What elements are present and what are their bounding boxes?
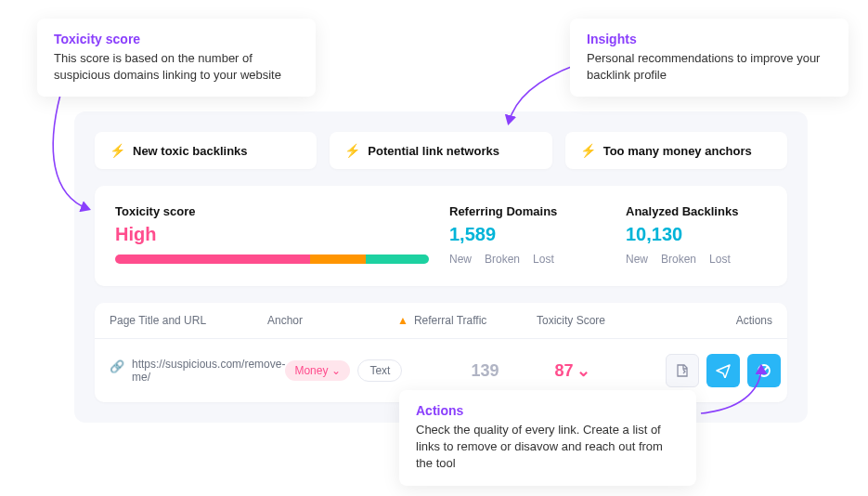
header-actions: Actions	[648, 314, 772, 327]
cell-toxicity[interactable]: 87 ⌄	[554, 360, 666, 381]
export-button[interactable]	[666, 354, 699, 387]
cell-url[interactable]: 🔗 https://suspicious.com/remove-me/	[110, 358, 285, 384]
bolt-icon: ⚡	[344, 143, 360, 158]
subtab-broken[interactable]: Broken	[661, 253, 696, 266]
pill-too-many-money-anchors[interactable]: ⚡ Too many money anchors	[565, 132, 787, 169]
cell-traffic: 139	[415, 361, 554, 381]
export-icon	[675, 363, 690, 378]
bar-segment-high	[115, 255, 310, 264]
pill-label: Potential link networks	[368, 144, 499, 158]
callout-actions-title: Actions	[416, 403, 680, 418]
stat-analyzed-backlinks: Analyzed Backlinks 10,130 New Broken Los…	[626, 204, 767, 266]
link-icon: 🔗	[110, 359, 124, 373]
subtab-lost[interactable]: Lost	[533, 253, 554, 266]
backlinks-table: Page Title and URL Anchor ▲ Referral Tra…	[95, 303, 787, 402]
insight-pills-row: ⚡ New toxic backlinks ⚡ Potential link n…	[95, 132, 787, 169]
pill-new-toxic-backlinks[interactable]: ⚡ New toxic backlinks	[95, 132, 317, 169]
stat-toxicity-label: Toxicity score	[115, 204, 429, 218]
callout-toxicity-title: Toxicity score	[54, 32, 299, 46]
bar-segment-medium	[310, 255, 367, 264]
analytics-icon: ▲	[397, 314, 408, 327]
anchor-text-pill[interactable]: Text	[357, 359, 402, 382]
callout-actions: Actions Check the quality of every link.…	[399, 390, 696, 486]
header-anchor: Anchor	[267, 314, 397, 327]
sub-tabs: New Broken Lost	[449, 253, 626, 266]
callout-insights-title: Insights	[587, 32, 832, 46]
svg-line-1	[760, 367, 768, 374]
pill-label: New toxic backlinks	[133, 144, 248, 158]
anchor-money-pill[interactable]: Money ⌄	[285, 360, 350, 381]
subtab-new[interactable]: New	[449, 253, 472, 266]
chevron-down-icon: ⌄	[331, 364, 341, 377]
stat-referring-value: 1,589	[449, 224, 626, 245]
toxicity-bar	[115, 255, 429, 264]
disavow-button[interactable]	[747, 354, 781, 387]
subtab-lost[interactable]: Lost	[709, 253, 731, 266]
callout-toxicity-text: This score is based on the number of sus…	[54, 50, 299, 84]
cell-actions	[666, 354, 781, 387]
cell-anchor: Money ⌄ Text	[285, 359, 415, 382]
subtab-broken[interactable]: Broken	[485, 253, 520, 266]
stat-toxicity: Toxicity score High	[115, 204, 449, 266]
callout-toxicity: Toxicity score This score is based on th…	[37, 19, 316, 97]
pill-potential-link-networks[interactable]: ⚡ Potential link networks	[330, 132, 551, 169]
stats-card: Toxicity score High Referring Domains 1,…	[95, 186, 787, 286]
send-icon	[716, 363, 731, 378]
callout-insights: Insights Personal recommendations to imp…	[570, 19, 849, 97]
callout-actions-text: Check the quality of every link. Create …	[416, 422, 680, 473]
send-button[interactable]	[706, 354, 740, 387]
stat-toxicity-value: High	[115, 224, 429, 245]
block-icon	[757, 363, 771, 378]
bar-segment-low	[366, 255, 429, 264]
bolt-icon: ⚡	[580, 143, 596, 158]
chevron-down-icon: ⌄	[577, 360, 590, 381]
stat-analyzed-value: 10,130	[626, 224, 767, 245]
stat-referring-domains: Referring Domains 1,589 New Broken Lost	[449, 204, 626, 266]
bolt-icon: ⚡	[110, 143, 125, 158]
sub-tabs: New Broken Lost	[626, 253, 767, 266]
callout-insights-text: Personal recommendations to improve your…	[587, 50, 832, 84]
pill-label: Too many money anchors	[603, 144, 752, 158]
stat-analyzed-label: Analyzed Backlinks	[626, 204, 767, 218]
subtab-new[interactable]: New	[626, 253, 648, 266]
url-text: https://suspicious.com/remove-me/	[132, 358, 285, 384]
header-traffic: ▲ Referral Traffic	[397, 314, 537, 327]
table-header: Page Title and URL Anchor ▲ Referral Tra…	[95, 303, 787, 339]
header-page-title: Page Title and URL	[110, 314, 267, 327]
stat-referring-label: Referring Domains	[449, 204, 626, 218]
header-toxicity: Toxicity Score	[537, 314, 648, 327]
dashboard-panel: ⚡ New toxic backlinks ⚡ Potential link n…	[74, 111, 808, 423]
